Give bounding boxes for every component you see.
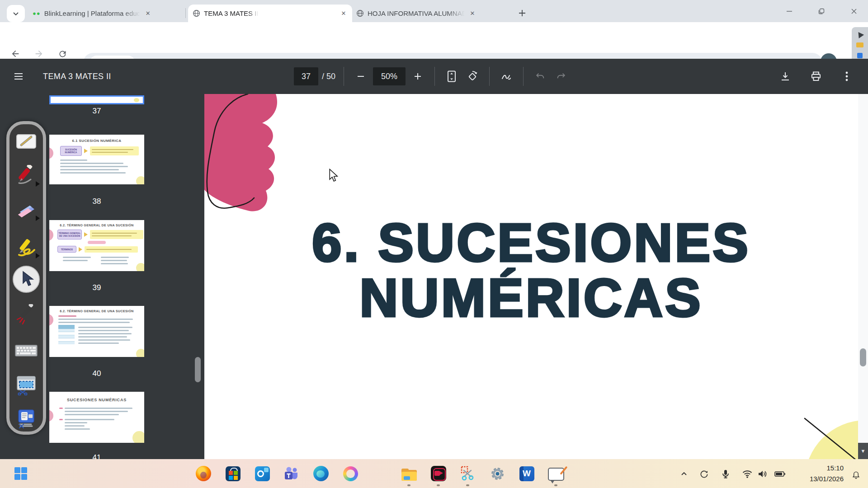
tab-close-icon[interactable]: ✕ xyxy=(468,9,476,18)
keyboard-tool-button[interactable] xyxy=(14,340,38,361)
print-button[interactable] xyxy=(807,68,825,85)
sidebar-scrollbar-thumb[interactable] xyxy=(195,357,201,382)
tray-time: 15:10 xyxy=(810,463,844,474)
taskbar-file-explorer-icon[interactable] xyxy=(401,465,417,482)
main-scrollbar-thumb[interactable] xyxy=(860,348,866,366)
toolbar-divider xyxy=(523,67,524,86)
taskbar-whiteboard-notes-icon[interactable] xyxy=(548,465,564,482)
close-window-button[interactable] xyxy=(841,0,867,22)
tab-strip: ●● BlinkLearning | Plataforma educ ✕ TEM… xyxy=(0,0,868,22)
new-tab-button[interactable] xyxy=(514,5,530,21)
laser-pointer-icon xyxy=(15,304,37,326)
taskbar-word-icon[interactable]: W xyxy=(519,465,535,482)
zoom-level-box[interactable]: 50% xyxy=(373,67,406,85)
mini-definition-box xyxy=(90,146,139,155)
fit-to-page-button[interactable] xyxy=(443,68,460,85)
blinklearning-favicon: ●● xyxy=(33,10,41,17)
taskbar-settings-icon[interactable] xyxy=(489,465,505,482)
taskbar-copilot-icon[interactable] xyxy=(342,465,359,482)
laser-pointer-tool-button[interactable] xyxy=(14,304,38,326)
toolbar-divider xyxy=(489,67,490,86)
thumbnail-label: 38 xyxy=(49,197,144,206)
sync-icon[interactable] xyxy=(698,468,710,480)
slide-title-line2: NUMÉRICAS xyxy=(204,270,858,325)
download-button[interactable] xyxy=(777,68,794,85)
tab-divider xyxy=(185,8,186,18)
taskbar-clock[interactable]: 15:10 13/01/2026 xyxy=(810,463,844,484)
taskbar-microsoft-store-icon[interactable] xyxy=(225,465,241,482)
hamburger-icon xyxy=(14,71,24,81)
zoom-in-button[interactable] xyxy=(409,68,426,85)
thumbnail-label: 39 xyxy=(49,283,144,292)
tray-date: 13/01/2026 xyxy=(810,474,844,484)
mini-arrow xyxy=(84,232,88,237)
zoom-out-button[interactable] xyxy=(352,68,369,85)
cursor-tool-button-selected[interactable] xyxy=(14,265,38,293)
screen-project-tool-button[interactable] xyxy=(14,408,38,430)
page-number-input[interactable]: 37 xyxy=(294,67,318,85)
flag-mini-icon xyxy=(857,53,863,58)
globe-icon xyxy=(356,9,364,17)
whiteboard-tool-button[interactable] xyxy=(14,131,38,152)
thumbnail-page-39[interactable]: 6.2. TÉRMINO GENERAL DE UNA SUCESIÓN TÉR… xyxy=(49,220,144,271)
tab-close-icon[interactable]: ✕ xyxy=(340,9,348,18)
microphone-icon[interactable] xyxy=(720,468,731,480)
mini-pink-pill xyxy=(88,241,106,244)
taskbar-outlook-icon[interactable] xyxy=(254,465,270,482)
running-indicator xyxy=(437,484,440,486)
start-button[interactable] xyxy=(13,465,29,482)
thumbnail-page-37[interactable] xyxy=(49,95,144,104)
taskbar-snipping-tool-icon[interactable] xyxy=(460,465,476,482)
cursor-tool-icon xyxy=(12,265,40,293)
keyboard-icon xyxy=(15,343,38,358)
thumbnail-page-40[interactable]: 6.2. TÉRMINO GENERAL DE UNA SUCESIÓN xyxy=(49,306,144,357)
screen-capture-tool-button[interactable] xyxy=(14,375,38,396)
scroll-down-button[interactable]: ▼ xyxy=(858,443,868,459)
mini-arrow xyxy=(84,149,88,153)
pen-icon xyxy=(15,165,37,187)
running-indicator xyxy=(466,484,469,486)
slide-title: 6. SUCESIONES NUMÉRICAS xyxy=(204,215,858,325)
pdf-menu-button[interactable] xyxy=(14,59,24,94)
hidden-icons-chevron[interactable] xyxy=(678,468,690,480)
tab-search-button[interactable] xyxy=(7,5,25,22)
windows-logo-icon xyxy=(14,466,28,481)
rotate-button[interactable] xyxy=(464,68,481,85)
eraser-tool-button[interactable] xyxy=(14,199,38,221)
more-options-button[interactable] xyxy=(838,68,855,85)
zoom-level: 50% xyxy=(381,72,397,81)
highlighter-tool-button[interactable] xyxy=(14,237,38,258)
thumbnail-page-41[interactable]: SUCESIONES NUMÉRICAS xyxy=(49,392,144,443)
taskbar-edge-icon[interactable] xyxy=(313,465,329,482)
tab-blinklearning[interactable]: ●● BlinkLearning | Plataforma educ ✕ xyxy=(28,5,193,22)
running-indicator xyxy=(407,484,410,486)
whiteboard-icon xyxy=(16,133,37,150)
main-scrollbar[interactable]: ▼ xyxy=(858,94,868,459)
taskbar-teams-icon[interactable] xyxy=(283,465,300,482)
submenu-arrow-icon xyxy=(36,181,40,187)
draw-annotation-button[interactable] xyxy=(498,68,515,85)
minimize-button[interactable] xyxy=(776,0,802,22)
slide-title-line1: 6. SUCESIONES xyxy=(204,215,858,270)
current-page: 37 xyxy=(302,72,311,81)
tab-hoja-informativa[interactable]: HOJA INFORMATIVA ALUMNAD ✕ xyxy=(352,5,514,22)
maximize-button[interactable] xyxy=(808,0,835,22)
notification-bell-icon[interactable] xyxy=(850,469,862,481)
pen-tool-button[interactable] xyxy=(14,165,38,187)
wifi-icon[interactable] xyxy=(741,468,753,480)
thumbnail-page-38[interactable]: 6.1 SUCESIÓN NUMÉRICA SUCESIÓN NUMÉRICA xyxy=(49,135,144,184)
slide-pink-deco xyxy=(49,147,53,159)
highlighter-icon xyxy=(15,237,37,258)
redo-button[interactable] xyxy=(552,68,570,85)
tab-close-icon[interactable]: ✕ xyxy=(144,9,152,18)
annotation-toolbar xyxy=(6,121,46,435)
slide-yellow-deco xyxy=(132,431,144,443)
mini-slide-title: 6.1 SUCESIÓN NUMÉRICA xyxy=(49,139,144,143)
battery-icon[interactable] xyxy=(774,468,786,480)
tab-tema3-mates[interactable]: TEMA 3 MATES II ✕ xyxy=(188,5,352,22)
undo-button[interactable] xyxy=(532,68,549,85)
taskbar-firefox-icon[interactable] xyxy=(195,465,212,482)
volume-icon[interactable] xyxy=(756,468,768,480)
screen-project-icon xyxy=(16,409,37,429)
taskbar-screen-recorder-icon[interactable] xyxy=(430,465,447,482)
